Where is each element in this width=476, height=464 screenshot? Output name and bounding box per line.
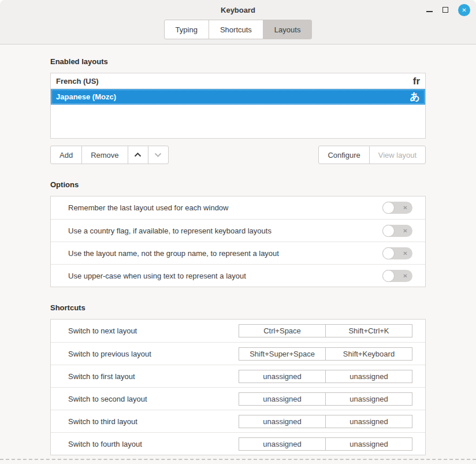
keybinding-button[interactable]: unassigned xyxy=(325,437,412,451)
toggle-remember-layout[interactable]: ✕ xyxy=(382,202,412,214)
option-label: Use a country flag, if available, to rep… xyxy=(68,227,272,235)
shortcut-row-previous-layout: Switch to previous layout Shift+Super+Sp… xyxy=(51,342,425,365)
window-controls: ✕ xyxy=(426,0,470,20)
shortcuts-box: Switch to next layout Ctrl+Space Shift+C… xyxy=(50,319,426,455)
remove-layout-button[interactable]: Remove xyxy=(81,146,128,164)
tab-shortcuts[interactable]: Shortcuts xyxy=(209,20,263,39)
toggle-knob xyxy=(382,270,395,282)
shortcuts-heading: Shortcuts xyxy=(50,303,426,312)
option-label: Use upper-case when using text to repres… xyxy=(68,272,246,280)
keyboard-settings-window: Keyboard ✕ Typing Shortcuts Layouts Enab… xyxy=(0,0,476,464)
options-heading: Options xyxy=(50,180,426,189)
keybinding-button[interactable]: unassigned xyxy=(239,392,326,406)
maximize-button[interactable] xyxy=(442,7,448,13)
toggle-upper-case[interactable]: ✕ xyxy=(382,270,412,282)
layout-row-japanese[interactable]: Japanese (Mozc) あ xyxy=(51,89,425,105)
keybinding-group: Shift+Super+Space Shift+Keyboard xyxy=(239,347,412,361)
keybinding-button[interactable]: unassigned xyxy=(325,392,412,406)
enabled-layouts-list: French (US) fr Japanese (Mozc) あ xyxy=(50,73,426,139)
keybinding-button[interactable]: Shift+Keyboard xyxy=(325,347,412,361)
shortcut-row-first-layout: Switch to first layout unassigned unassi… xyxy=(51,365,425,387)
keybinding-button[interactable]: unassigned xyxy=(239,415,326,428)
keybinding-group: Ctrl+Space Shift+Ctrl+K xyxy=(239,324,412,337)
keybinding-button[interactable]: unassigned xyxy=(325,415,412,428)
tab-typing[interactable]: Typing xyxy=(164,20,209,39)
keybinding-group: unassigned unassigned xyxy=(239,437,412,451)
option-row-layout-name: Use the layout name, not the group name,… xyxy=(51,242,425,264)
enabled-layouts-heading: Enabled layouts xyxy=(50,57,426,66)
view-layout-button[interactable]: View layout xyxy=(369,146,426,164)
layout-indicator-glyph: fr xyxy=(413,76,420,86)
shortcut-label: Switch to fourth layout xyxy=(68,440,142,448)
window-title: Keyboard xyxy=(221,6,255,14)
keybinding-button[interactable]: unassigned xyxy=(325,370,412,383)
layout-row-french[interactable]: French (US) fr xyxy=(51,73,425,89)
actions-spacer xyxy=(169,146,319,164)
shortcut-label: Switch to previous layout xyxy=(68,350,151,358)
minimize-icon xyxy=(426,11,433,12)
layout-name: Japanese (Mozc) xyxy=(56,92,116,101)
toggle-knob xyxy=(382,202,395,214)
toggle-knob xyxy=(382,247,395,259)
layout-name: French (US) xyxy=(56,77,99,86)
chevron-up-icon xyxy=(134,153,142,157)
toggle-layout-name[interactable]: ✕ xyxy=(382,247,412,259)
bottom-dashed-divider xyxy=(0,459,476,460)
window-header: Keyboard ✕ Typing Shortcuts Layouts xyxy=(0,0,476,44)
shortcut-row-fourth-layout: Switch to fourth layout unassigned unass… xyxy=(51,432,425,455)
option-label: Remember the last layout used for each w… xyxy=(68,203,228,212)
layout-indicator-glyph: あ xyxy=(410,92,420,102)
close-icon: ✕ xyxy=(458,4,470,16)
shortcut-label: Switch to second layout xyxy=(68,395,147,403)
move-layout-up-button[interactable] xyxy=(128,146,148,164)
keybinding-button[interactable]: Shift+Ctrl+K xyxy=(325,324,412,337)
options-box: Remember the last layout used for each w… xyxy=(50,196,426,287)
layout-list-actions: Add Remove Configure View layout xyxy=(50,146,426,164)
toggle-knob xyxy=(382,225,395,237)
chevron-down-icon xyxy=(154,153,162,157)
close-button[interactable]: ✕ xyxy=(458,4,470,16)
maximize-icon xyxy=(442,7,448,13)
titlebar[interactable]: Keyboard ✕ xyxy=(0,0,476,20)
layouts-panel: Enabled layouts French (US) fr Japanese … xyxy=(0,44,476,455)
keybinding-button[interactable]: Shift+Super+Space xyxy=(239,347,326,361)
option-label: Use the layout name, not the group name,… xyxy=(68,249,279,258)
shortcut-label: Switch to first layout xyxy=(68,372,135,381)
keybinding-button[interactable]: Ctrl+Space xyxy=(239,324,326,337)
keybinding-button[interactable]: unassigned xyxy=(239,370,326,383)
shortcut-label: Switch to third layout xyxy=(68,417,137,426)
move-layout-down-button[interactable] xyxy=(148,146,169,164)
shortcut-row-third-layout: Switch to third layout unassigned unassi… xyxy=(51,410,425,432)
shortcut-row-next-layout: Switch to next layout Ctrl+Space Shift+C… xyxy=(51,320,425,342)
keybinding-group: unassigned unassigned xyxy=(239,370,412,383)
add-layout-button[interactable]: Add xyxy=(50,146,82,164)
keybinding-group: unassigned unassigned xyxy=(239,415,412,428)
shortcut-label: Switch to next layout xyxy=(68,326,137,335)
toggle-off-icon: ✕ xyxy=(399,270,411,282)
option-row-upper-case: Use upper-case when using text to repres… xyxy=(51,264,425,287)
toggle-off-icon: ✕ xyxy=(399,202,411,214)
configure-layout-button[interactable]: Configure xyxy=(318,146,369,164)
option-row-remember-layout: Remember the last layout used for each w… xyxy=(51,196,425,219)
keybinding-group: unassigned unassigned xyxy=(239,392,412,406)
option-row-country-flag: Use a country flag, if available, to rep… xyxy=(51,219,425,242)
toggle-country-flag[interactable]: ✕ xyxy=(382,225,412,237)
tab-bar: Typing Shortcuts Layouts xyxy=(0,20,476,39)
toggle-off-icon: ✕ xyxy=(399,225,411,237)
tab-layouts[interactable]: Layouts xyxy=(263,20,313,39)
keybinding-button[interactable]: unassigned xyxy=(239,437,326,451)
toggle-off-icon: ✕ xyxy=(399,247,411,259)
shortcut-row-second-layout: Switch to second layout unassigned unass… xyxy=(51,387,425,410)
minimize-button[interactable] xyxy=(426,8,433,12)
